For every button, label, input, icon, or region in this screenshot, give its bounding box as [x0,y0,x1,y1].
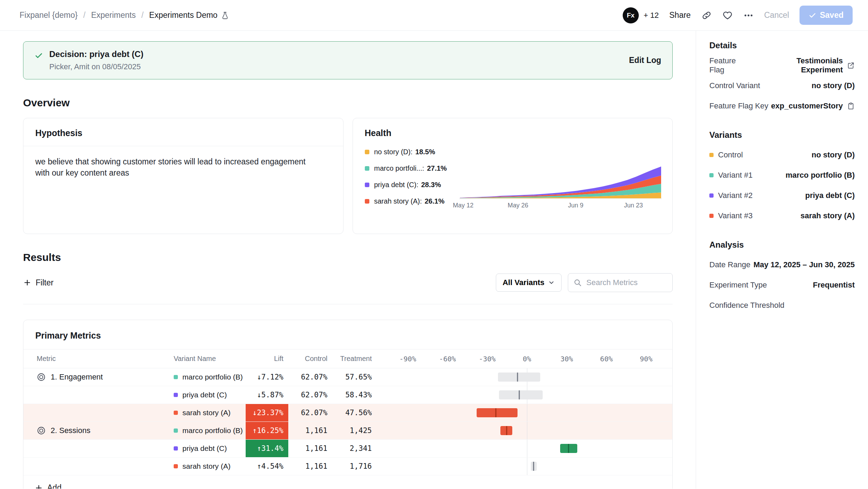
collaborators-count[interactable]: + 12 [644,11,659,20]
details-heading: Details [709,41,855,50]
breadcrumb-separator: / [83,10,85,20]
date-range-row: Date Range May 12, 2025 – Jun 30, 2025 [709,255,855,275]
details-sidebar: Details Feature Flag Testimonials Experi… [696,31,868,489]
confidence-interval-plot [388,386,666,404]
legend-swatch [365,199,369,204]
feature-flag-key-row: Feature Flag Key exp_customerStory [709,96,855,116]
variant-color-swatch [174,411,178,415]
treatment-value: 57.65% [332,368,377,386]
variant-color-swatch [709,173,714,177]
legend-swatch [365,183,369,187]
decision-subtitle: Picker, Amit on 08/05/2025 [49,62,143,71]
control-value: 1,161 [288,458,332,475]
lift-value: ↑4.54% [246,458,288,475]
add-metric-button[interactable]: Add [23,475,672,489]
primary-metrics-card: Primary Metrics Metric Variant Name Lift… [23,320,673,489]
ci-mean-tick [517,373,518,382]
ci-mean-tick [496,408,497,417]
metric-goal-icon [37,373,46,382]
variant-name: marco portfolio (B) [182,426,243,435]
table-row[interactable]: priya debt (C) ↓5.87% 62.07% 58.43% [23,386,672,404]
variant-color-swatch [174,375,178,379]
legend-item: priya debt (C): 28.3% [365,181,447,189]
copy-clipboard-icon[interactable] [847,102,855,110]
axis-tick-label: 0% [523,355,531,363]
edit-log-button[interactable]: Edit Log [629,56,661,65]
external-link-icon[interactable] [847,62,855,69]
check-icon [35,51,43,60]
table-row[interactable]: 2. Sessions marco portfolio (B) ↑16.25% … [23,422,672,440]
control-value: 62.07% [288,386,332,404]
overview-heading: Overview [23,97,673,109]
variant-row: Variant #3 sarah story (A) [709,206,855,226]
metric-name: 2. Sessions [51,426,91,435]
variants-dropdown[interactable]: All Variants [496,274,562,292]
variant-name: marco portfolio (B) [182,373,243,381]
legend-item: sarah story (A): 26.1% [365,197,447,205]
experiment-type-row: Experiment Type Frequentist [709,275,855,295]
variant-color-swatch [709,214,714,218]
variant-color-swatch [174,428,178,433]
confidence-interval-plot [388,440,666,457]
ci-mean-tick [506,426,507,435]
variant-row: Variant #1 marco portfolio (B) [709,165,855,185]
chevron-down-icon [548,279,555,286]
control-value: 62.07% [288,368,332,386]
treatment-value: 1,425 [332,422,377,439]
breadcrumb: Fixpanel {demo} / Experiments / Experime… [20,10,229,20]
breadcrumb-item-workspace[interactable]: Fixpanel {demo} [20,10,78,20]
variant-color-swatch [709,153,714,157]
col-control: Control [288,349,332,368]
search-metrics-input[interactable] [568,273,673,292]
table-row[interactable]: 1. Engagement marco portfolio (B) ↓7.12%… [23,368,672,386]
lift-axis-ticks: -90%-60%-30%0%30%60%90% [388,349,666,368]
saved-button[interactable]: Saved [800,6,853,25]
health-legend: no story (D): 18.5% marco portfoli...: 2… [365,148,447,214]
plus-icon [35,484,43,489]
col-variant-name: Variant Name [174,349,246,368]
confidence-interval-plot [388,458,666,475]
avatar[interactable]: Fx [623,7,639,23]
axis-tick-label: -90% [399,355,416,363]
treatment-value: 47.56% [332,404,377,421]
axis-tick-label: 60% [600,355,613,363]
table-row[interactable]: sarah story (A) ↓23.37% 62.07% 47.56% [23,404,672,422]
lift-value: ↑16.25% [246,422,288,439]
variant-color-swatch [174,464,178,468]
check-icon [809,12,816,19]
hypothesis-text: we believe that showing customer stories… [23,146,331,188]
legend-item: no story (D): 18.5% [365,148,447,156]
variant-name: sarah story (A) [182,409,231,417]
more-menu-icon[interactable] [743,10,754,21]
breadcrumb-item-experiments[interactable]: Experiments [91,10,136,20]
variant-color-swatch [709,193,714,198]
legend-item: marco portfoli...: 27.1% [365,164,447,172]
cancel-button[interactable]: Cancel [764,10,789,20]
share-button[interactable]: Share [669,10,690,20]
health-card: Health no story (D): 18.5% marco portfol… [353,118,673,234]
metric-goal-icon [37,426,46,435]
main-panel: Decision: priya debt (C) Picker, Amit on… [0,31,696,489]
ci-bar [498,373,540,382]
breadcrumb-item-current[interactable]: Experiments Demo [149,10,230,20]
legend-swatch [365,150,369,154]
table-row[interactable]: priya debt (C) ↑31.4% 1,161 2,341 [23,440,672,458]
variant-name: priya debt (C) [182,391,227,399]
confidence-interval-plot [388,404,666,421]
search-icon [573,278,582,287]
hypothesis-title: Hypothesis [23,118,343,146]
lift-value: ↓5.87% [246,386,288,404]
metric-name: 1. Engagement [51,373,103,382]
filter-button[interactable]: Filter [23,278,53,288]
ci-bar [499,390,543,399]
page-title: Experiments Demo [149,10,218,20]
feature-flag-link[interactable]: Testimonials Experiment [753,56,843,75]
health-area-chart: May 12May 26Jun 9Jun 23 [459,148,662,214]
link-icon[interactable] [701,10,712,21]
x-axis-label: Jun 23 [624,202,643,209]
lift-value: ↑31.4% [246,440,288,457]
table-row[interactable]: sarah story (A) ↑4.54% 1,161 1,716 [23,458,672,475]
col-lift: Lift [246,349,288,368]
treatment-value: 2,341 [332,440,377,457]
favorite-heart-icon[interactable] [722,10,733,21]
